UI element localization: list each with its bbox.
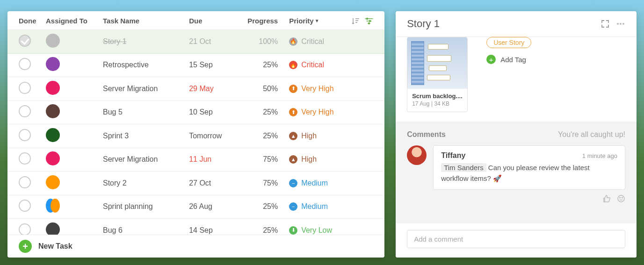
table-row[interactable]: Story 227 Oct75%−Medium <box>7 172 384 195</box>
column-header-priority[interactable]: Priority▼ <box>289 17 345 25</box>
more-icon[interactable] <box>616 20 625 28</box>
avatar <box>46 34 60 48</box>
svg-point-7 <box>620 197 621 198</box>
task-name: Server Migration <box>103 155 189 164</box>
task-progress: 25% <box>244 132 289 140</box>
priority-label: Critical <box>301 37 324 46</box>
task-due: 14 Sep <box>189 226 244 235</box>
task-detail-panel: Story 1 Scrum backlog.... 17 Aug | 34 KB <box>396 11 637 258</box>
table-row[interactable]: Retrospective15 Sep25%🔥Critical <box>7 54 384 78</box>
svg-point-1 <box>369 20 371 21</box>
priority-header-label: Priority <box>289 17 314 25</box>
plus-icon: + <box>19 240 32 253</box>
done-checkbox[interactable] <box>19 105 31 117</box>
priority-icon: − <box>289 179 297 187</box>
filter-icon[interactable] <box>365 17 373 25</box>
task-due: 11 Jun <box>189 155 244 164</box>
attachment-name: Scrum backlog.... <box>407 89 467 100</box>
task-priority: ▲High <box>289 132 317 140</box>
caret-down-icon: ▼ <box>315 18 319 23</box>
column-header-done[interactable]: Done <box>19 17 46 25</box>
priority-icon: ⬆ <box>289 108 297 116</box>
svg-point-5 <box>622 23 624 25</box>
task-priority: −Medium <box>289 179 328 187</box>
column-header-assigned[interactable]: Assigned To <box>46 17 103 25</box>
task-name: Story 2 <box>103 179 189 187</box>
table-row[interactable]: Bug 614 Sep25%⬇Very Low <box>7 219 384 235</box>
priority-icon: ▲ <box>289 155 297 164</box>
task-name: Retrospective <box>103 61 189 69</box>
mention[interactable]: Tim Sanders <box>441 163 486 172</box>
task-priority: 🔥Critical <box>289 61 324 69</box>
done-checkbox[interactable] <box>19 152 31 165</box>
comment-item: Tiffany 1 minute ago Tim Sanders Can you… <box>407 145 625 203</box>
task-name: Sprint planning <box>103 202 189 211</box>
svg-point-0 <box>367 18 368 19</box>
comment-input-wrap <box>396 223 637 258</box>
table-row[interactable]: Bug 510 Sep25%⬆Very High <box>7 101 384 125</box>
priority-label: Very Low <box>301 226 332 235</box>
svg-point-6 <box>618 195 624 202</box>
done-checkbox[interactable] <box>19 176 31 188</box>
detail-header: Story 1 <box>396 11 637 37</box>
done-checkbox[interactable] <box>19 129 31 141</box>
column-header-progress[interactable]: Progress <box>244 17 289 25</box>
emoji-icon[interactable] <box>617 194 625 203</box>
avatar <box>46 81 60 95</box>
comments-section: Comments You're all caught up! Tiffany 1… <box>396 122 637 223</box>
table-row[interactable]: Sprint planning26 Aug25%−Medium <box>7 195 384 219</box>
done-checkbox[interactable] <box>19 82 31 94</box>
detail-actions <box>601 20 625 28</box>
priority-icon: − <box>289 202 297 211</box>
done-checkbox[interactable] <box>19 35 31 47</box>
table-row[interactable]: Sprint 3Tomorrow25%▲High <box>7 124 384 148</box>
comment-input[interactable] <box>407 230 625 248</box>
done-checkbox[interactable] <box>19 223 31 235</box>
priority-icon: 🔥 <box>289 37 297 46</box>
priority-label: Critical <box>301 61 324 69</box>
task-due: 27 Oct <box>189 179 244 187</box>
avatar <box>46 199 60 213</box>
task-priority: ⬆Very High <box>289 85 333 93</box>
task-priority: ▲High <box>289 155 317 164</box>
comment-reactions <box>433 194 625 203</box>
task-progress: 50% <box>244 85 289 93</box>
avatar <box>46 104 60 118</box>
header-actions <box>345 17 373 25</box>
attachment-meta: 17 Aug | 34 KB <box>407 100 467 112</box>
comment-time: 1 minute ago <box>582 152 617 159</box>
svg-point-2 <box>369 22 370 24</box>
task-progress: 75% <box>244 155 289 164</box>
task-priority: −Medium <box>289 202 328 211</box>
expand-icon[interactable] <box>601 20 609 28</box>
detail-body: Scrum backlog.... 17 Aug | 34 KB User St… <box>396 37 637 122</box>
thumbsup-icon[interactable] <box>603 194 611 203</box>
svg-point-4 <box>620 23 622 25</box>
avatar <box>46 222 60 235</box>
done-checkbox[interactable] <box>19 58 31 70</box>
attachment-card[interactable]: Scrum backlog.... 17 Aug | 34 KB <box>407 37 468 112</box>
column-header-due[interactable]: Due <box>189 17 244 25</box>
sort-icon[interactable] <box>352 17 360 25</box>
task-name: Bug 6 <box>103 226 189 235</box>
add-tag-button[interactable]: + Add Tag <box>486 55 531 64</box>
task-due: 21 Oct <box>189 37 244 46</box>
avatar <box>46 175 60 189</box>
task-due: 29 May <box>189 85 244 93</box>
plus-icon: + <box>486 55 496 64</box>
tag-user-story[interactable]: User Story <box>486 37 531 48</box>
table-row[interactable]: Server Migration29 May50%⬆Very High <box>7 77 384 101</box>
task-name: Sprint 3 <box>103 132 189 140</box>
priority-icon: ⬆ <box>289 85 297 93</box>
new-task-button[interactable]: + New Task <box>7 235 384 258</box>
column-header-task[interactable]: Task Name <box>103 17 189 25</box>
task-due: Tomorrow <box>189 132 244 140</box>
priority-icon: ▲ <box>289 132 297 140</box>
priority-label: Very High <box>301 85 333 93</box>
done-checkbox[interactable] <box>19 200 31 212</box>
table-row[interactable]: Server Migration11 Jun75%▲High <box>7 148 384 172</box>
new-task-label: New Task <box>38 242 72 251</box>
task-due: 26 Aug <box>189 202 244 211</box>
table-row[interactable]: Story 121 Oct100%🔥Critical <box>7 30 384 54</box>
task-name: Story 1 <box>103 37 189 46</box>
